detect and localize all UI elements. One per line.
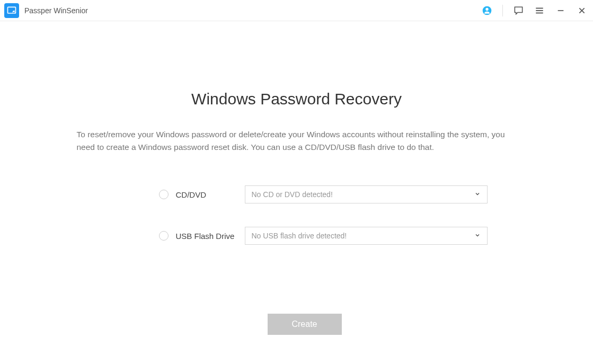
user-icon[interactable] xyxy=(480,4,494,17)
create-button[interactable]: Create xyxy=(268,314,342,335)
titlebar-left: Passper WinSenior xyxy=(4,3,88,18)
page-description: To reset/remove your Windows password or… xyxy=(77,128,517,154)
radio-usb[interactable] xyxy=(159,231,169,241)
media-options: CD/DVD No CD or DVD detected! USB Flash … xyxy=(159,185,488,245)
titlebar-controls xyxy=(480,4,589,17)
create-wrapper: Create xyxy=(159,245,488,335)
titlebar: Passper WinSenior xyxy=(0,0,593,21)
chevron-down-icon xyxy=(474,232,481,240)
titlebar-divider xyxy=(502,5,503,16)
option-cd-dvd: CD/DVD No CD or DVD detected! xyxy=(159,185,488,203)
dropdown-cd-dvd[interactable]: No CD or DVD detected! xyxy=(245,185,488,203)
minimize-icon[interactable] xyxy=(554,4,568,17)
dropdown-cd-dvd-text: No CD or DVD detected! xyxy=(252,190,474,199)
label-usb: USB Flash Drive xyxy=(176,232,245,241)
close-icon[interactable] xyxy=(575,4,589,17)
menu-icon[interactable] xyxy=(533,4,546,17)
page-title: Windows Password Recovery xyxy=(191,90,402,108)
feedback-icon[interactable] xyxy=(511,4,525,17)
dropdown-usb-text: No USB flash drive detected! xyxy=(252,232,474,240)
app-icon xyxy=(4,3,19,18)
dropdown-usb[interactable]: No USB flash drive detected! xyxy=(245,227,488,245)
app-title: Passper WinSenior xyxy=(24,6,88,15)
main-content: Windows Password Recovery To reset/remov… xyxy=(0,21,593,335)
radio-cd-dvd[interactable] xyxy=(159,190,169,199)
label-cd-dvd: CD/DVD xyxy=(176,190,245,199)
svg-point-3 xyxy=(485,7,488,10)
option-usb: USB Flash Drive No USB flash drive detec… xyxy=(159,227,488,245)
chevron-down-icon xyxy=(474,191,481,199)
